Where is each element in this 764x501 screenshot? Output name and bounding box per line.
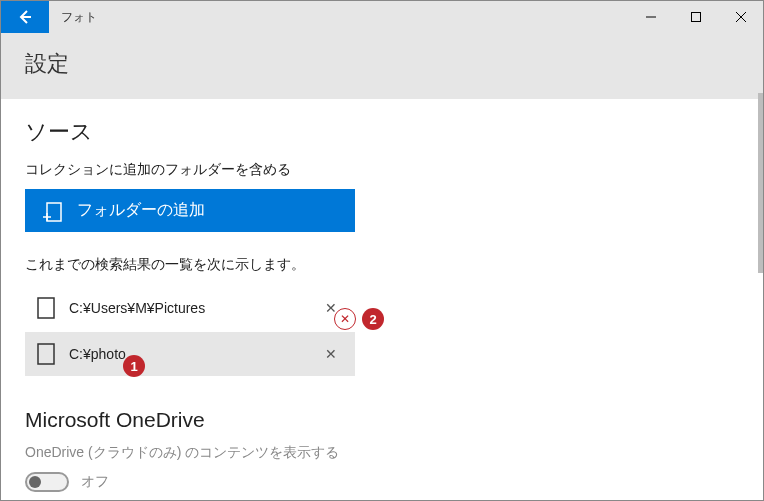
onedrive-subtitle: OneDrive (クラウドのみ) のコンテンツを表示する [25,444,739,462]
folder-path: C:¥Users¥M¥Pictures [69,300,307,316]
onedrive-toggle-row: オフ [25,472,739,492]
annotation-badge-2: 2 [362,308,384,330]
onedrive-toggle-label: オフ [81,473,109,491]
window-controls [628,1,763,33]
folder-row[interactable]: C:¥photo ✕ [25,332,355,376]
back-arrow-icon [17,9,33,25]
svg-rect-8 [38,344,54,364]
add-folder-button[interactable]: フォルダーの追加 [25,189,355,232]
page-title: 設定 [1,33,763,99]
maximize-button[interactable] [673,1,718,33]
add-folder-label: フォルダーの追加 [77,200,205,221]
folder-icon [37,343,55,365]
minimize-button[interactable] [628,1,673,33]
onedrive-toggle[interactable] [25,472,69,492]
add-folder-icon [43,201,63,221]
sources-subtitle: コレクションに追加のフォルダーを含める [25,161,739,179]
remove-folder-button[interactable]: ✕ [321,344,341,364]
svg-rect-7 [38,298,54,318]
results-label: これまでの検索結果の一覧を次に示します。 [25,256,739,274]
folder-icon [37,297,55,319]
toggle-knob [29,476,41,488]
app-title: フォト [61,9,628,26]
annotation-badge-1: 1 [123,355,145,377]
titlebar: フォト [1,1,763,33]
onedrive-heading: Microsoft OneDrive [25,408,739,432]
svg-rect-1 [691,13,700,22]
folder-row[interactable]: C:¥Users¥M¥Pictures ✕ [25,286,355,330]
annotation-circle-x: ✕ [334,308,356,330]
folder-path: C:¥photo [69,346,307,362]
vertical-scrollbar[interactable] [758,93,763,273]
svg-rect-4 [47,203,61,221]
back-button[interactable] [1,1,49,33]
content-area: ソース コレクションに追加のフォルダーを含める フォルダーの追加 これまでの検索… [1,99,763,492]
sources-heading: ソース [25,117,739,147]
close-button[interactable] [718,1,763,33]
